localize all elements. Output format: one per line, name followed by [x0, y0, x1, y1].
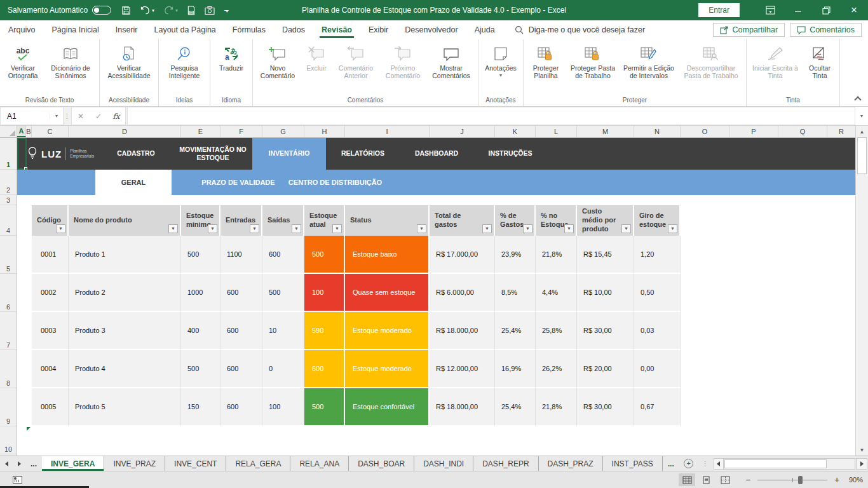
zoom-in-icon[interactable]: +	[832, 475, 841, 485]
cell-nome[interactable]: Produto 4	[69, 350, 181, 388]
cell-entradas[interactable]: 600	[220, 312, 262, 350]
cell-status[interactable]: Estoque baixo	[345, 236, 430, 274]
cell-pct-gastos[interactable]: 16,9%	[495, 350, 536, 388]
cell-pct-estoque[interactable]: 26,2%	[536, 350, 577, 388]
cell-custo[interactable]: R$ 30,00	[577, 388, 634, 426]
tab-inserir[interactable]: Inserir	[107, 20, 146, 39]
sign-in-button[interactable]: Entrar	[698, 3, 740, 17]
sheet-tab-rela-ana[interactable]: RELA_ANA	[290, 456, 349, 471]
minimize-button[interactable]	[784, 0, 812, 20]
cell-saidas[interactable]: 600	[262, 236, 304, 274]
vertical-scrollbar[interactable]: ▲ ▼	[855, 126, 868, 456]
cell-custo[interactable]: R$ 20,00	[577, 350, 634, 388]
column-header-q[interactable]: Q	[778, 126, 827, 137]
row-header-3[interactable]: 3	[0, 195, 17, 205]
cell-pct-gastos[interactable]: 25,4%	[495, 312, 536, 350]
cell-codigo[interactable]: 0001	[32, 236, 69, 274]
undo-icon[interactable]: ▾	[140, 6, 154, 15]
cell-pct-gastos[interactable]: 8,5%	[495, 274, 536, 312]
smart-lookup-button[interactable]: Pesquisa Inteligente	[161, 41, 208, 95]
sheet-nav-left-icon[interactable]	[0, 456, 13, 471]
cell-saidas[interactable]: 500	[262, 274, 304, 312]
column-header-j[interactable]: J	[430, 126, 495, 137]
page-layout-view-icon[interactable]	[698, 473, 714, 486]
save-icon[interactable]	[121, 6, 131, 15]
filter-icon[interactable]: ▼	[564, 224, 574, 233]
spelling-button[interactable]: abc Verificar Ortografia	[2, 41, 44, 95]
ribbon-display-options-icon[interactable]	[756, 0, 784, 20]
column-header-r[interactable]: R	[827, 126, 855, 137]
cell-minimo[interactable]: 400	[181, 312, 220, 350]
print-icon[interactable]	[187, 6, 196, 15]
nav-tab-cadastro[interactable]: CADASTRO	[98, 138, 173, 170]
sheet-tab-dash-repr[interactable]: DASH_REPR	[473, 456, 538, 471]
nav-tab-inventario[interactable]: INVENTÁRIO	[252, 138, 326, 170]
column-header-i[interactable]: I	[345, 126, 430, 137]
translate-button[interactable]: あa Traduzir	[212, 41, 250, 95]
hscroll-track[interactable]	[724, 458, 855, 470]
tab-dados[interactable]: Dados	[274, 20, 313, 39]
column-header-c[interactable]: C	[32, 126, 69, 137]
tab-formulas[interactable]: Fórmulas	[224, 20, 274, 39]
cell-codigo[interactable]: 0002	[32, 274, 69, 312]
sheet-tab-dash-praz[interactable]: DASH_PRAZ	[539, 456, 603, 471]
formula-input[interactable]	[127, 107, 855, 125]
tab-pagina-inicial[interactable]: Página Inicial	[43, 20, 107, 39]
row-header-8[interactable]: 8	[0, 350, 17, 388]
filter-icon[interactable]: ▼	[168, 224, 178, 233]
sheet-overflow-right[interactable]: ...	[663, 456, 679, 471]
column-header-m[interactable]: M	[577, 126, 634, 137]
zoom-out-icon[interactable]: −	[743, 475, 752, 485]
row-header-10[interactable]: 10	[0, 426, 17, 454]
cell-saidas[interactable]: 0	[262, 350, 304, 388]
cell-minimo[interactable]: 500	[181, 350, 220, 388]
share-button[interactable]: Compartilhar	[713, 23, 785, 37]
cell-gastos[interactable]: R$ 6.000,00	[430, 274, 495, 312]
column-header-l[interactable]: L	[536, 126, 577, 137]
cell-status[interactable]: Quase sem estoque	[345, 274, 430, 312]
undo-dropdown-icon[interactable]: ▾	[152, 8, 154, 13]
cell-custo[interactable]: R$ 10,00	[577, 274, 634, 312]
column-header-g[interactable]: G	[262, 126, 304, 137]
tab-exibir[interactable]: Exibir	[360, 20, 397, 39]
selected-cell-a1[interactable]	[17, 138, 27, 170]
cell-custo[interactable]: R$ 30,00	[577, 312, 634, 350]
cell-pct-estoque[interactable]: 21,8%	[536, 388, 577, 426]
column-header-f[interactable]: F	[220, 126, 262, 137]
cell-nome[interactable]: Produto 2	[69, 274, 181, 312]
filter-icon[interactable]: ▼	[208, 224, 217, 233]
insert-function-icon[interactable]: fx	[107, 112, 125, 121]
cell-nome[interactable]: Produto 1	[69, 236, 181, 274]
row-header-5[interactable]: 5	[0, 236, 17, 274]
column-header-n[interactable]: N	[634, 126, 681, 137]
scroll-down-icon[interactable]: ▼	[856, 444, 868, 456]
enter-icon[interactable]: ✓	[90, 112, 107, 121]
filter-icon[interactable]: ▼	[332, 224, 342, 233]
nav-tab-instrucoes[interactable]: INSTRUÇÕES	[473, 138, 547, 170]
cell-custo[interactable]: R$ 15,45	[577, 236, 634, 274]
sheet-tab-inve-praz[interactable]: INVE_PRAZ	[104, 456, 165, 471]
tab-ajuda[interactable]: Ajuda	[466, 20, 503, 39]
cell-pct-estoque[interactable]: 21,8%	[536, 236, 577, 274]
sheet-nav-right-icon[interactable]	[13, 456, 25, 471]
column-header-p[interactable]: P	[729, 126, 778, 137]
filter-icon[interactable]: ▼	[250, 224, 259, 233]
select-all-corner[interactable]	[0, 126, 17, 137]
nav-tab-movimentacao[interactable]: MOVIMENTAÇÃO NO ESTOQUE	[173, 138, 252, 170]
sheet-tab-dash-boar[interactable]: DASH_BOAR	[349, 456, 414, 471]
cell-estoque-atual[interactable]: 100	[304, 274, 345, 312]
hscroll-left-icon[interactable]	[714, 458, 724, 470]
cell-status[interactable]: Estoque moderado	[345, 350, 430, 388]
cell-entradas[interactable]: 600	[220, 350, 262, 388]
row-header-7[interactable]: 7	[0, 312, 17, 350]
horizontal-scroll-thumb[interactable]	[724, 459, 827, 468]
zoom-level[interactable]: 90%	[844, 476, 863, 484]
cell-gastos[interactable]: R$ 17.000,00	[430, 236, 495, 274]
column-header-b[interactable]: B	[26, 126, 32, 137]
page-break-view-icon[interactable]	[717, 473, 733, 486]
cell-giro[interactable]: 0,03	[634, 312, 681, 350]
sheet-overflow-left[interactable]: ...	[25, 456, 42, 471]
tab-arquivo[interactable]: Arquivo	[0, 20, 43, 39]
cell-nome[interactable]: Produto 5	[69, 388, 181, 426]
cell-estoque-atual[interactable]: 500	[304, 236, 345, 274]
